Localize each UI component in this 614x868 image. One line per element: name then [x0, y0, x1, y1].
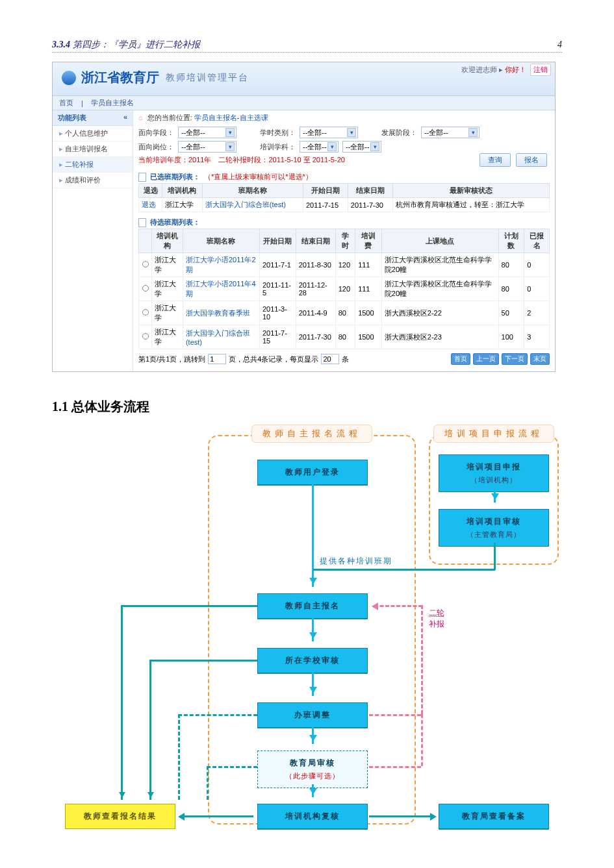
chevron-down-icon: ▾ [327, 142, 337, 151]
prev-page-button[interactable]: 上一页 [473, 353, 499, 365]
node-proj-apply: 培训项目申报 （培训机构） [439, 454, 549, 492]
th-org: 培训机构 [162, 184, 203, 198]
th-radio [139, 229, 152, 253]
connector [121, 605, 123, 800]
cell-end: 2011-12-28 [296, 277, 335, 301]
cell-hours: 120 [335, 253, 355, 277]
cell-org: 浙江大学 [162, 198, 203, 212]
table-header-row: 培训机构 班期名称 开始日期 结束日期 学时 培训费 上课地点 计划数 已报名 [139, 229, 550, 253]
arrow-down [312, 673, 314, 696]
connector-dashed [207, 766, 209, 800]
pager-text: 第1页/共1页，跳转到 [138, 354, 205, 364]
arrow-left [181, 815, 253, 817]
feedback-dash-arrow [374, 605, 422, 607]
app-header: 欢迎进志师 ▸ 你好！ 注销 浙江省教育厅 教师培训管理平台 [53, 62, 555, 96]
page-size-input[interactable] [321, 354, 339, 364]
table-row: 浙江大学浙江大学小语2011年4期2011-11-52011-12-281201… [139, 277, 550, 301]
query-button[interactable]: 查询 [480, 153, 511, 167]
cell-signed: 0 [524, 253, 550, 277]
collapse-icon[interactable]: « [123, 113, 127, 123]
next-page-button[interactable]: 下一页 [502, 353, 528, 365]
selected-table: 退选 培训机构 班期名称 开始日期 结束日期 最新审核状态 退选 浙江大学 浙大… [138, 183, 550, 212]
sidebar-item-scores[interactable]: 成绩和评价 [53, 173, 133, 188]
th-signed: 已报名 [524, 229, 550, 253]
select-subject-1[interactable]: --全部--▾ [300, 141, 339, 153]
section-heading-1-1: 1.1 总体业务流程 [52, 398, 562, 415]
org-name: 浙江省教育厅 [81, 69, 159, 86]
select-phase[interactable]: --全部--▾ [421, 127, 480, 138]
toc-page: 4 [557, 40, 562, 50]
toc-title[interactable]: 第四步：『学员』进行二轮补报 [73, 39, 200, 51]
row-radio[interactable] [142, 261, 149, 267]
node-adjust: 办班调整 [257, 702, 368, 728]
toc-num: 3.3.4 [52, 40, 70, 50]
arrow-down [494, 488, 496, 502]
chevron-down-icon: ▾ [225, 128, 235, 137]
select-stage[interactable]: --全部--▾ [178, 127, 237, 138]
label-round2: 二轮补报 [429, 608, 444, 630]
available-list-title: 待选班期列表： [138, 217, 550, 227]
row-radio[interactable] [142, 309, 149, 316]
last-page-button[interactable]: 末页 [530, 353, 550, 365]
cell-end: 2011-7-30 [296, 325, 335, 349]
menu-home[interactable]: 首页 [59, 98, 73, 108]
feedback-dash [369, 766, 421, 768]
sidebar-title: 功能列表« [53, 110, 133, 126]
arrow-right [369, 815, 434, 817]
row-radio[interactable] [142, 285, 149, 291]
node-login: 教师用户登录 [257, 460, 368, 485]
cell-name[interactable]: 浙大国学入门综合班(test) [202, 198, 303, 212]
table-row: 浙江大学浙大国学入门综合班(test)2011-7-152011-7-30801… [139, 325, 550, 349]
cell-loc: 浙江大学西溪校区北范生命科学学院20幢 [381, 253, 498, 277]
sidebar: 功能列表« 个人信息维护 自主培训报名 二轮补报 成绩和评价 [53, 110, 133, 371]
sidebar-item-self-train[interactable]: 自主培训报名 [53, 142, 133, 157]
th-name: 班期名称 [183, 229, 259, 253]
node-signup: 教师自主报名 [257, 593, 368, 619]
connector [494, 543, 496, 570]
th-plan: 计划数 [498, 229, 524, 253]
connector [149, 660, 257, 662]
connector-dashed [178, 714, 257, 716]
feedback-dash [421, 605, 423, 714]
cell-org: 浙江大学 [152, 277, 183, 301]
cell-start: 2011-7-15 [303, 198, 348, 212]
cell-name[interactable]: 浙大国学教育春季班 [183, 301, 259, 325]
cell-name[interactable]: 浙江大学小语2011年4期 [183, 277, 259, 301]
available-table: 培训机构 班期名称 开始日期 结束日期 学时 培训费 上课地点 计划数 已报名 … [138, 229, 550, 349]
cell-name[interactable]: 浙江大学小语2011年2期 [183, 253, 259, 277]
unselect-link[interactable]: 退选 [142, 201, 156, 208]
select-subject-2[interactable]: --全部--▾ [342, 141, 381, 153]
logout-button[interactable]: 注销 [530, 64, 551, 76]
table-row: 退选 浙江大学 浙大国学入门综合班(test) 2011-7-15 2011-7… [139, 198, 550, 212]
cell-end: 2011-8-30 [296, 253, 335, 277]
arrow-down [312, 727, 314, 744]
sidebar-item-round2[interactable]: 二轮补报 [53, 157, 133, 173]
cell-signed: 3 [524, 325, 550, 349]
pager: 第1页/共1页，跳转到 页，总共4条记录，每页显示 条 首页 上一页 下一页 末… [138, 353, 550, 365]
jump-page-input[interactable] [208, 354, 226, 364]
select-credit[interactable]: --全部--▾ [300, 127, 358, 138]
cell-name[interactable]: 浙大国学入门综合班(test) [183, 325, 259, 349]
chevron-down-icon: ▾ [347, 128, 356, 137]
app-window: 欢迎进志师 ▸ 你好！ 注销 浙江省教育厅 教师培训管理平台 首页 | 学员自主… [52, 62, 556, 372]
chevron-down-icon: ▾ [225, 142, 235, 151]
row-radio[interactable] [142, 333, 149, 340]
th-hours: 学时 [335, 229, 355, 253]
cell-org: 浙江大学 [152, 325, 183, 349]
cell-fee: 1500 [355, 301, 382, 325]
document-icon [138, 218, 146, 227]
menu-self-signup[interactable]: 学员自主报名 [91, 98, 134, 108]
first-page-button[interactable]: 首页 [451, 353, 470, 365]
connector-dashed [178, 714, 180, 800]
signup-button[interactable]: 报名 [516, 153, 547, 167]
selected-list-title: 已选班期列表： （*直属上级未审核前可以*退选*） [138, 172, 550, 182]
select-post[interactable]: --全部--▾ [178, 141, 237, 153]
connector [149, 660, 151, 800]
sidebar-item-profile[interactable]: 个人信息维护 [53, 126, 133, 142]
breadcrumb-link-2[interactable]: 自主选课 [240, 114, 268, 121]
arrow-down [312, 618, 314, 641]
cell-start: 2011-7-1 [259, 253, 296, 277]
lane-project-title: 培训项目申报流程 [433, 425, 554, 443]
breadcrumb-link-1[interactable]: 学员自主报名 [194, 114, 237, 121]
filter-row-2: 面向岗位： --全部--▾ 培训学科： --全部--▾ --全部--▾ [138, 141, 550, 153]
